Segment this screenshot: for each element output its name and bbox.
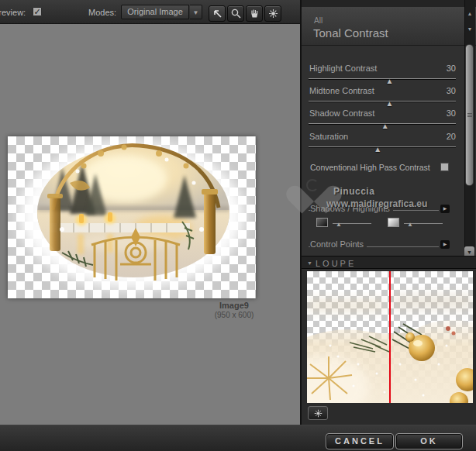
preview-checkbox[interactable]: ✓	[33, 7, 42, 16]
highlight-mini-track[interactable]: ▲	[404, 223, 443, 224]
slider-highlight-contrast: Highlight Contrast 30 ▲	[309, 62, 456, 84]
slider-handle[interactable]: ▲	[374, 146, 381, 153]
watermark-swirl	[306, 179, 319, 191]
shadows-highlights-expand-icon[interactable]: ▶	[440, 205, 450, 213]
preview-canvas[interactable]	[8, 136, 256, 298]
slider-saturation: Saturation 20 ▲	[309, 130, 456, 153]
modes-dropdown[interactable]: Original Image	[121, 5, 189, 19]
ok-button[interactable]: OK	[395, 433, 463, 449]
loupe-collapse-icon: ▼	[307, 260, 312, 266]
panel-top-strip	[302, 0, 476, 7]
slider-midtone-contrast: Midtone Contrast 30 ▲	[309, 84, 456, 107]
scroll-up-icon[interactable]: ▲	[465, 9, 474, 19]
highlight-color-swatch[interactable]	[388, 218, 399, 227]
slider-track[interactable]	[309, 78, 456, 79]
select-tool-button[interactable]	[209, 5, 226, 22]
slider-value: 30	[425, 86, 456, 95]
control-points-expand-icon[interactable]: ▶	[440, 240, 450, 249]
slider-value: 20	[425, 132, 456, 141]
high-pass-label: Conventional High Pass Contrast	[310, 163, 430, 172]
high-pass-checkbox[interactable]	[440, 163, 449, 171]
cancel-button[interactable]: CANCEL	[326, 433, 394, 449]
slider-value: 30	[425, 108, 456, 118]
slider-label: Shadow Contrast	[309, 108, 374, 118]
modes-dropdown-arrow-icon[interactable]: ▼	[190, 5, 202, 19]
shadow-mini-handle[interactable]: ▲	[336, 222, 342, 228]
watermark-name: Pinuccia	[333, 186, 374, 197]
modes-label: Modes:	[88, 8, 116, 17]
loupe-section-header[interactable]: ▼ LOUPE	[302, 256, 476, 269]
scroll-collapse-icon[interactable]: ▼	[465, 25, 474, 34]
shadow-color-swatch[interactable]	[316, 218, 328, 227]
image-name-label: Image9	[186, 301, 282, 310]
filter-title: Tonal Contrast	[313, 26, 388, 40]
loupe-title: LOUPE	[316, 259, 356, 268]
control-point-tool-button[interactable]	[264, 5, 281, 22]
plugin-dialog: Preview: ✓ Modes: Original Image ▼	[0, 0, 476, 451]
slider-label: Highlight Contrast	[309, 64, 377, 73]
slider-label: Midtone Contrast	[309, 86, 374, 95]
slider-track[interactable]	[309, 101, 456, 102]
image-preview-area: Image9 (950 x 600)	[0, 24, 300, 425]
dialog-footer: CANCEL OK	[0, 425, 476, 451]
slider-handle[interactable]: ▲	[381, 122, 389, 130]
panel-scrollbar-thumb[interactable]	[465, 44, 474, 186]
shadow-mini-track[interactable]: ▲	[333, 223, 371, 224]
highlight-mini-handle[interactable]: ▲	[407, 222, 413, 228]
loupe-split-line	[389, 271, 391, 403]
panel-header: All Tonal Contrast	[302, 7, 476, 46]
filter-settings-panel: All Tonal Contrast ▲ ▼ ▼ Highlight Contr…	[302, 0, 476, 425]
pan-tool-button[interactable]	[246, 5, 263, 22]
slider-label: Saturation	[309, 132, 348, 141]
loupe-section	[302, 270, 476, 425]
control-points-label: Control Points	[310, 239, 367, 249]
slider-track[interactable]	[309, 146, 456, 147]
top-toolbar: Preview: ✓ Modes: Original Image ▼	[0, 0, 302, 24]
slider-shadow-contrast: Shadow Contrast 30 ▲	[309, 107, 456, 129]
filter-scope-label: All	[314, 16, 323, 25]
slider-value: 30	[425, 64, 456, 73]
loupe-pin-button[interactable]	[308, 406, 328, 420]
image-size-label: (950 x 600)	[186, 311, 282, 319]
loupe-preview	[307, 271, 473, 403]
preview-label: Preview:	[0, 8, 26, 17]
watermark-url: www.maidiregrafica.eu	[326, 198, 427, 209]
scrollbar-grip	[467, 113, 472, 118]
zoom-tool-button[interactable]	[227, 5, 244, 22]
